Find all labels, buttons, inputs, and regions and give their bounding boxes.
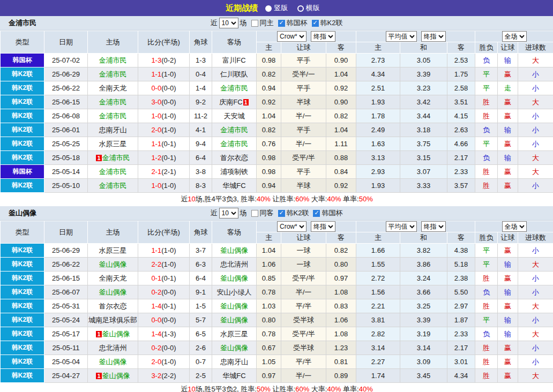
team-name[interactable]: 首尔衣恋 [99,302,127,310]
sub-column-header: 胜负 [475,42,498,54]
odds-source-select[interactable]: 终指 [421,31,446,42]
team-name[interactable]: 金浦市民 [99,168,127,176]
odds-handicap: 受平/半 [281,327,326,341]
odds-source-select[interactable]: 平均值 [386,31,417,42]
team-name[interactable]: 华城FC [222,182,245,190]
team-name[interactable]: 釜山偶像 [99,358,127,366]
team-name[interactable]: 金浦市民 [220,84,248,92]
avg-away: 1.75 [447,67,475,81]
avg-away: 3.01 [447,355,475,369]
sub-column-header: 主 [356,42,400,54]
team-name[interactable]: 水原三星 [99,140,127,148]
horizontal-layout-radio[interactable] [297,5,304,12]
avg-home: 4.34 [356,67,400,81]
team-name[interactable]: 天安城 [224,112,245,120]
filter-checkbox[interactable] [312,20,319,27]
vertical-layout-label: 竖版 [274,4,288,12]
home-team-cell: 水原三星 [88,244,138,258]
odds-handicap: 平手 [281,81,326,95]
team-name[interactable]: 金浦市民 [99,56,127,64]
odds-source-select[interactable]: 终指 [311,221,335,232]
filter-checkbox[interactable] [251,20,258,27]
odds-source-select[interactable]: 终指 [311,31,335,42]
team-name[interactable]: 华城FC [222,372,245,380]
team-name[interactable]: 釜山偶像 [220,274,248,282]
team-name[interactable]: 浦项制铁 [220,168,248,176]
odds-handicap: 半/一 [281,109,326,123]
filter-checkbox[interactable] [313,210,320,217]
odds-source-select[interactable]: 全场 [502,221,527,232]
odds-source-select[interactable]: 平均值 [386,221,417,232]
team-name[interactable]: 釜山偶像 [102,372,130,380]
odds-away: 0.82 [326,244,356,258]
filter-checkbox[interactable] [251,210,258,217]
result-handicap: 赢 [498,179,518,193]
team-name[interactable]: 首尔衣恋 [220,154,248,162]
team-name[interactable]: 金浦市民 [99,182,127,190]
match-count-select[interactable]: 10 [219,208,238,218]
result-handicap: 输 [498,151,518,165]
team-name[interactable]: 金浦市民 [220,140,248,148]
vertical-layout-radio[interactable] [265,5,272,12]
team-name[interactable]: 釜山偶像 [220,246,248,254]
team-name[interactable]: 釜山偶像 [220,344,248,352]
sub-column-header: 让球 [281,232,326,244]
team-name[interactable]: 釜山偶像 [220,302,248,310]
team-name[interactable]: 釜山偶像 [99,260,127,268]
odds-away: 0.88 [326,151,356,165]
team-name[interactable]: 忠北清州 [220,260,248,268]
home-team-cell: 全南天龙 [88,272,138,285]
column-header: 比分(半场) [138,221,190,244]
odds-source-select[interactable]: 全场 [502,31,527,42]
summary-text: 近10场,胜4平3负3, 胜率:40% 让胜率:60% 大率:40% 单率:50… [1,193,553,206]
team-name[interactable]: 忠南牙山 [99,126,127,134]
team-name[interactable]: 城南足球俱乐部 [88,316,137,324]
match-row: 韩K2联25-06-15金浦市民3-0(0-0)9-2庆南FC10.92半球0.… [1,95,553,109]
team-name[interactable]: 全南天龙 [99,84,127,92]
odds-source-select[interactable]: Crow* [277,31,307,42]
team-name[interactable]: 安山小绿人 [217,288,252,296]
team-name[interactable]: 仁川联队 [220,70,248,78]
team-name[interactable]: 金浦市民 [99,98,127,106]
avg-home: 1.93 [356,95,400,109]
corner-cell: 6-3 [190,258,212,272]
team-name[interactable]: 釜山偶像 [99,288,127,296]
team-name[interactable]: 水原三星 [99,246,127,254]
games-label: 场 [240,208,247,218]
home-team-cell: 金浦市民 [88,179,138,193]
score-cell: 1-3(0-2) [138,54,190,67]
odds-away: 1.04 [326,123,356,137]
team-name[interactable]: 全南天龙 [99,274,127,282]
avg-home: 2.49 [356,123,400,137]
match-date: 25-06-15 [44,95,88,109]
filter-checkbox[interactable] [278,210,285,217]
away-team-cell: 釜山偶像 [212,272,257,285]
odds-source-select[interactable]: Crow* [277,221,307,232]
team-name[interactable]: 金浦市民 [99,70,127,78]
odds-handicap: 平/半 [281,299,326,313]
team-name[interactable]: 忠北清州 [99,344,127,352]
match-count-select[interactable]: 10 [219,18,238,28]
score-cell: 1-0(1-0) [138,179,190,193]
team-name[interactable]: 釜山偶像 [102,330,130,338]
team-name[interactable]: 庆南FC [219,98,242,106]
team-name[interactable]: 富川FC [222,56,245,64]
result-goals: 小 [518,313,553,327]
odds-home: 0.82 [257,67,281,81]
team-name[interactable]: 金浦市民 [220,126,248,134]
odds-home: 0.94 [257,179,281,193]
team-title: 釜山偶像 [9,208,36,218]
odds-source-select[interactable]: 终指 [421,221,446,232]
league-type-badge: 韩K2联 [1,299,44,313]
team-name[interactable]: 水原三星 [220,330,248,338]
avg-draw: 3.05 [400,54,447,67]
filter-checkbox[interactable] [278,20,285,27]
filter-checkbox-label: 韩国杯 [322,208,342,218]
odds-handicap: 平手 [281,165,326,179]
team-name[interactable]: 金浦市民 [102,154,130,162]
team-name[interactable]: 金浦市民 [99,112,127,120]
team-name[interactable]: 忠南牙山 [220,358,248,366]
match-row: 韩K2联25-06-22全南天龙0-0(0-0)1-4金浦市民0.94平手0.9… [1,81,553,95]
away-team-cell: 仁川联队 [212,67,257,81]
team-name[interactable]: 釜山偶像 [220,316,248,324]
